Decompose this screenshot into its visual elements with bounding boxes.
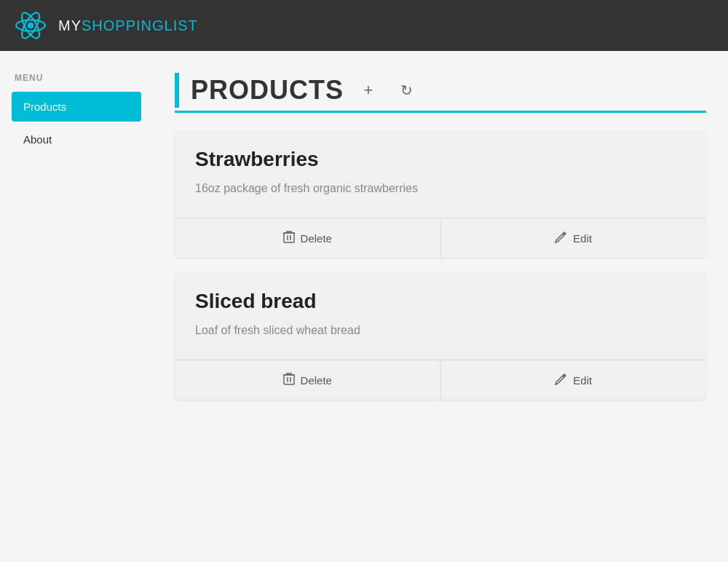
edit-label: Edit [573,374,592,387]
sidebar-item-about[interactable]: About [12,124,141,154]
product-name: Sliced bread [195,290,686,313]
delete-button[interactable]: Delete [175,360,440,400]
delete-button[interactable]: Delete [175,218,440,258]
title-bar-accent [175,73,179,108]
product-card-actions: Delete Edit [175,218,706,258]
trash-icon [283,230,295,246]
product-card: Sliced bread Loaf of fresh sliced wheat … [175,272,706,400]
page-header: PRODUCTS + ↻ [175,73,706,113]
product-name: Strawberries [195,148,686,171]
sidebar: MENU Products About [0,73,153,414]
refresh-button[interactable]: ↻ [393,77,419,103]
svg-rect-5 [284,375,294,384]
react-logo [15,9,47,41]
refresh-icon: ↻ [400,82,413,99]
edit-button[interactable]: Edit [440,218,707,258]
product-card: Strawberries 16oz package of fresh organ… [175,130,706,258]
title-shopping: SHOPPING [82,17,165,33]
trash-icon [283,372,295,388]
svg-point-3 [28,23,33,28]
delete-label: Delete [301,232,332,245]
product-description: 16oz package of fresh organic strawberri… [195,180,686,197]
add-product-button[interactable]: + [355,77,381,103]
product-card-body: Sliced bread Loaf of fresh sliced wheat … [175,272,706,360]
product-card-body: Strawberries 16oz package of fresh organ… [175,130,706,218]
title-list: LIST [165,17,198,33]
product-card-actions: Delete Edit [175,360,706,400]
delete-label: Delete [301,374,332,387]
main-layout: MENU Products About PRODUCTS + ↻ Strawbe… [0,51,728,414]
page-title: PRODUCTS [191,75,344,106]
edit-label: Edit [573,232,592,245]
add-icon: + [364,81,373,100]
svg-rect-4 [284,233,294,242]
edit-icon [555,373,567,388]
product-description: Loaf of fresh sliced wheat bread [195,322,686,339]
edit-icon [555,231,567,246]
app-header: MYSHOPPINGLIST [0,0,728,51]
menu-label: MENU [12,73,141,83]
title-my: MY [58,17,82,33]
main-content: PRODUCTS + ↻ Strawberries 16oz package o… [153,73,728,414]
app-title: MYSHOPPINGLIST [58,17,198,34]
edit-button[interactable]: Edit [440,360,707,400]
sidebar-item-products[interactable]: Products [12,92,141,122]
